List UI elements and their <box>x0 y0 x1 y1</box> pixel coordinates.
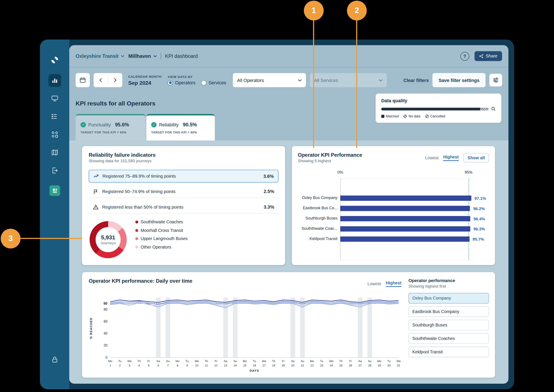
filter-bar: CALENDAR MONTH Sep 2024 VIEW DATA BY Ope… <box>69 68 509 93</box>
sidebar-item-screens[interactable] <box>51 95 58 102</box>
operator-list-item[interactable]: Southburgh Buses <box>409 320 489 330</box>
bar-value-label: 95.7% <box>473 237 484 241</box>
svg-text:28: 28 <box>368 364 371 367</box>
svg-text:15: 15 <box>243 364 246 367</box>
svg-text:4: 4 <box>138 364 140 367</box>
legend-matched-label: Matched <box>386 114 399 118</box>
calendar-button[interactable] <box>76 73 90 87</box>
svg-text:Tu: Tu <box>118 360 121 363</box>
svg-text:Th: Th <box>272 360 275 363</box>
save-filter-settings-button[interactable]: Save filter settings <box>433 73 485 87</box>
view-data-by-block: VIEW DATA BY Operators Services <box>168 75 226 85</box>
tab-reliability-target: TARGET FOR THIS KPI = 90% <box>151 131 210 134</box>
legend-no-data: No data <box>403 114 420 118</box>
app-window: Oxleyshire Transit Millhaven KPI dashboa… <box>40 40 514 389</box>
bar-category-label: Oxley Bus Company <box>292 195 337 201</box>
sidebar-item-list[interactable] <box>51 113 58 120</box>
chevron-left-icon <box>99 78 102 82</box>
daily-sort-lowest-button[interactable]: Lowest <box>367 281 381 286</box>
operators-dropdown-value: All Operators <box>237 77 264 83</box>
legend-bullet <box>135 221 138 223</box>
tab-reliability-label: Reliability <box>159 122 179 127</box>
callout-3-line <box>20 238 82 239</box>
radio-operators[interactable]: Operators <box>168 80 195 85</box>
svg-text:0: 0 <box>106 356 108 359</box>
breadcrumb-area[interactable]: Millhaven <box>129 53 157 59</box>
sidebar-item-dashboard[interactable] <box>48 74 61 87</box>
radio-services-label: Services <box>209 80 226 85</box>
daily-performance-card: Operator KPI performance: Daily over tim… <box>82 272 495 378</box>
failure-indicator-row-under-50[interactable]: Registered less than 50% of timing point… <box>89 201 279 214</box>
operator-list-item[interactable]: Oxley Bus Company <box>409 293 489 304</box>
kpi-tabs: ✓ Punctuality 95.6% TARGET FOR THIS KPI … <box>76 114 215 140</box>
svg-text:We: We <box>396 360 401 363</box>
operator-list-item[interactable]: Souththwaite Coaches <box>409 333 489 344</box>
failure-indicator-label: Registered 50–74.9% of timing points <box>102 189 175 194</box>
tab-punctuality[interactable]: ✓ Punctuality 95.6% TARGET FOR THIS KPI … <box>76 114 145 140</box>
widget-icon <box>52 188 57 193</box>
sidebar-item-lock[interactable] <box>51 356 58 363</box>
operator-list-item[interactable]: Keldpool Transit <box>409 347 489 357</box>
sign-out-icon <box>51 167 58 174</box>
list-icon <box>51 113 58 120</box>
breadcrumb-area-label: Millhaven <box>129 53 151 59</box>
sidebar-item-map[interactable] <box>51 149 58 156</box>
svg-text:Sa: Sa <box>359 360 362 363</box>
clear-filters-button[interactable]: Clear filters <box>403 77 429 83</box>
operator-list-item[interactable]: Eastbrook Bus Company <box>409 306 489 317</box>
breadcrumb-organisation-label: Oxleyshire Transit <box>76 53 119 59</box>
bar-row: 95.7% <box>340 237 475 242</box>
svg-text:20: 20 <box>104 343 108 347</box>
sidebar-item-widget[interactable] <box>49 185 60 196</box>
callout-2-line <box>356 20 357 148</box>
svg-text:Sa: Sa <box>291 360 295 363</box>
svg-text:DAYS: DAYS <box>250 369 259 372</box>
breadcrumb-organisation[interactable]: Oxleyshire Transit <box>76 53 125 59</box>
daily-sort-highest-button[interactable]: Highest <box>386 280 401 287</box>
svg-text:25: 25 <box>339 364 343 367</box>
failure-indicator-value: 2.5% <box>264 189 274 194</box>
svg-text:29: 29 <box>378 364 381 367</box>
show-all-button[interactable]: Show all <box>463 153 489 162</box>
next-month-button[interactable] <box>108 73 122 87</box>
help-button[interactable]: ? <box>460 52 469 60</box>
tab-punctuality-value: 95.6% <box>115 122 129 127</box>
failure-indicator-row-50-74[interactable]: Registered 50–74.9% of timing points 2.5… <box>89 185 279 198</box>
sort-lowest-button[interactable]: Lowest <box>425 155 439 160</box>
previous-month-button[interactable] <box>94 73 108 87</box>
svg-text:We: We <box>262 360 266 363</box>
svg-text:Sa: Sa <box>224 360 227 363</box>
filter-settings-button[interactable] <box>489 74 502 86</box>
legend-label: Moorhall Cross Transit <box>141 228 183 233</box>
sidebar-item-apps[interactable] <box>51 131 58 138</box>
sort-highest-button[interactable]: Highest <box>443 154 459 161</box>
svg-text:Fr: Fr <box>147 360 150 363</box>
operator-list: Oxley Bus Company Eastbrook Bus Company … <box>409 293 489 357</box>
bar <box>340 237 469 242</box>
zoom-icon[interactable] <box>491 106 496 111</box>
svg-text:Th: Th <box>137 360 141 363</box>
bar <box>340 206 470 211</box>
svg-text:Tu: Tu <box>186 360 189 363</box>
radio-services[interactable]: Services <box>201 80 226 85</box>
svg-text:90: 90 <box>103 301 107 306</box>
chevron-right-icon <box>114 78 116 82</box>
app-logo-icon <box>50 56 59 64</box>
svg-text:16: 16 <box>253 364 256 367</box>
svg-text:13: 13 <box>224 364 227 367</box>
page-name: KPI dashboard <box>165 53 198 59</box>
bar <box>340 196 471 201</box>
sidebar-item-sign-out[interactable] <box>51 167 58 174</box>
view-data-by-radios: Operators Services <box>168 80 226 85</box>
y-axis-label: % REACHED <box>89 307 93 349</box>
operators-dropdown[interactable]: All Operators <box>233 73 306 87</box>
services-dropdown[interactable]: All Services <box>310 73 387 87</box>
tab-reliability[interactable]: ✓ Reliability 90.5% TARGET FOR THIS KPI … <box>146 114 215 140</box>
share-button[interactable]: Share <box>475 51 502 61</box>
svg-text:14: 14 <box>234 364 237 367</box>
data-quality-card: Data quality Matched No data <box>375 93 501 123</box>
failure-indicator-row-75-89[interactable]: Registered 75–89.9% of timing points 3.6… <box>89 170 279 182</box>
legend-label: Other Operators <box>141 245 171 249</box>
svg-text:10: 10 <box>195 364 198 367</box>
chevron-down-icon <box>379 79 383 81</box>
